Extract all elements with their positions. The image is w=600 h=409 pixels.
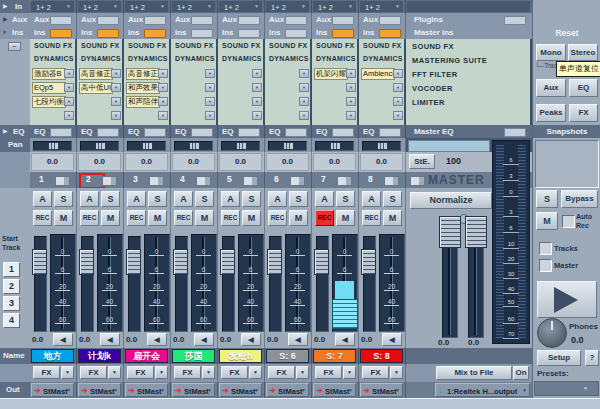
track-name[interactable]: 扁开会 xyxy=(125,349,168,363)
master-ins-label[interactable]: Master Ins xyxy=(414,26,454,39)
aux-toggle-button[interactable] xyxy=(191,16,213,25)
dynamics-label[interactable]: DYNAMICS xyxy=(316,55,356,62)
ins-toggle-button[interactable] xyxy=(50,29,72,38)
solo-button[interactable]: S xyxy=(289,191,308,207)
master-fx-item[interactable]: LIMITER xyxy=(412,98,445,107)
fx-dropdown-button[interactable]: ▼ xyxy=(343,366,356,379)
gain-fader-track[interactable] xyxy=(34,236,47,332)
gain-fader-handle[interactable] xyxy=(173,249,188,275)
chevron-right-icon[interactable]: ▶ xyxy=(3,125,8,138)
eq-toggle-button[interactable] xyxy=(191,128,213,137)
input-routing-select[interactable]: 1+ 2 ▼ xyxy=(219,1,262,12)
channel-number[interactable]: 7 xyxy=(321,174,326,184)
track-name[interactable]: 莎国 xyxy=(172,349,215,363)
input-routing-select[interactable]: 1+ 2 ▼ xyxy=(78,1,121,12)
eq-toggle-button[interactable] xyxy=(144,128,166,137)
fx-slot-dropdown[interactable]: ▼ xyxy=(111,111,121,120)
fx-slot-dropdown[interactable]: ▼ xyxy=(205,69,215,78)
channel-mini-toggle[interactable] xyxy=(384,176,399,186)
channel-mini-toggle[interactable] xyxy=(55,176,70,186)
channel-mini-toggle[interactable] xyxy=(243,176,258,186)
pan-slider[interactable] xyxy=(315,141,354,151)
sound-fx-label[interactable]: SOUND FX xyxy=(81,42,120,49)
pan-handle[interactable] xyxy=(377,142,388,150)
pan-handle[interactable] xyxy=(283,142,294,150)
start-track-2-button[interactable]: 2 xyxy=(3,279,20,294)
eq-label[interactable]: EQ xyxy=(81,125,93,138)
dynamics-label[interactable]: DYNAMICS xyxy=(128,55,168,62)
solo-button[interactable]: S xyxy=(242,191,261,207)
eq-label[interactable]: EQ xyxy=(175,125,187,138)
fx-plugin-select[interactable]: 七段均衡 xyxy=(32,96,66,108)
fx-slot-dropdown[interactable]: ▼ xyxy=(393,83,403,92)
input-routing-select[interactable]: 1+ 2 ▼ xyxy=(313,1,356,12)
monitor-speaker-button[interactable]: ◀ xyxy=(335,333,355,346)
fx-slot-dropdown[interactable]: ▼ xyxy=(299,69,309,78)
channel-mini-toggle[interactable] xyxy=(337,176,352,186)
fx-slot-dropdown[interactable]: ▼ xyxy=(299,111,309,120)
eq-label[interactable]: EQ xyxy=(363,125,375,138)
ins-toggle-button[interactable] xyxy=(238,29,260,38)
sound-fx-label[interactable]: SOUND FX xyxy=(34,42,73,49)
gain-fader-track[interactable] xyxy=(128,236,141,332)
fx-dropdown-button[interactable]: ▼ xyxy=(202,366,215,379)
aux-toggle-button[interactable] xyxy=(379,16,401,25)
channel-mini-toggle[interactable] xyxy=(102,176,117,186)
track-name[interactable]: 地方 xyxy=(31,349,74,363)
master-fx-item[interactable]: FFT FILTER xyxy=(412,70,458,79)
start-track-1-button[interactable]: 1 xyxy=(3,262,20,277)
eq-label[interactable]: EQ xyxy=(128,125,140,138)
pan-slider[interactable] xyxy=(80,141,119,151)
aux-label[interactable]: Aux xyxy=(175,13,190,26)
master-eq-label[interactable]: Master EQ xyxy=(414,125,454,138)
input-routing-select[interactable]: 1+ 2 ▼ xyxy=(172,1,215,12)
pan-slider[interactable] xyxy=(268,141,307,151)
fx-slot-dropdown[interactable]: ▼ xyxy=(64,69,74,78)
play-button[interactable] xyxy=(537,281,597,318)
pan-handle[interactable] xyxy=(48,142,59,150)
fx-button[interactable]: FX xyxy=(33,366,60,379)
solo-button[interactable]: S xyxy=(195,191,214,207)
fx-button[interactable]: FX xyxy=(127,366,154,379)
volume-fader-track[interactable]: 06204060 xyxy=(332,234,358,332)
record-arm-button[interactable]: REC xyxy=(174,210,193,226)
select-a-button[interactable]: A xyxy=(221,191,240,207)
phones-knob[interactable] xyxy=(537,318,567,348)
mute-button[interactable]: M xyxy=(336,210,355,226)
dynamics-label[interactable]: DYNAMICS xyxy=(269,55,309,62)
pan-slider[interactable] xyxy=(221,141,260,151)
solo-button[interactable]: S xyxy=(54,191,73,207)
fx-button[interactable]: FX xyxy=(80,366,107,379)
aux-toggle-button[interactable] xyxy=(50,16,72,25)
chevron-right-icon[interactable]: ▶ xyxy=(3,13,8,26)
aux-label[interactable]: Aux xyxy=(316,13,331,26)
record-arm-button[interactable]: REC xyxy=(315,210,334,226)
record-arm-button[interactable]: REC xyxy=(221,210,240,226)
pan-handle[interactable] xyxy=(189,142,200,150)
fx-plugin-select[interactable]: Ambience: xyxy=(361,68,395,80)
fx-slot-dropdown[interactable]: ▼ xyxy=(299,83,309,92)
ins-label[interactable]: Ins xyxy=(128,26,140,39)
eq-reset-button[interactable]: EQ xyxy=(569,79,598,97)
eq-toggle-button[interactable] xyxy=(285,128,307,137)
master-checkbox[interactable] xyxy=(539,259,552,272)
chevron-right-icon[interactable]: ▶ xyxy=(3,0,8,13)
solo-button[interactable]: S xyxy=(148,191,167,207)
sound-fx-label[interactable]: SOUND FX xyxy=(316,42,355,49)
output-routing-select[interactable]: ➜ StMast ▼ xyxy=(313,383,356,397)
channel-number[interactable]: 5 xyxy=(227,174,232,184)
pan-handle[interactable] xyxy=(142,142,153,150)
fx-slot-dropdown[interactable]: ▼ xyxy=(64,97,74,106)
channel-number[interactable]: 4 xyxy=(180,174,185,184)
output-routing-select[interactable]: ➜ StMast ▼ xyxy=(31,383,74,397)
master-fx-item[interactable]: MASTERING SUITE xyxy=(412,56,487,65)
gain-fader-handle[interactable] xyxy=(220,249,235,275)
sound-fx-label[interactable]: SOUND FX xyxy=(175,42,214,49)
fx-slot-dropdown[interactable]: ▼ xyxy=(111,69,121,78)
channel-number[interactable]: 2 xyxy=(86,174,91,184)
output-routing-select[interactable]: ➜ StMast ▼ xyxy=(360,383,403,397)
ins-label[interactable]: Ins xyxy=(81,26,93,39)
gain-fader-handle[interactable] xyxy=(267,249,282,275)
aux-label[interactable]: Aux xyxy=(222,13,237,26)
sound-fx-label[interactable]: SOUND FX xyxy=(363,42,402,49)
